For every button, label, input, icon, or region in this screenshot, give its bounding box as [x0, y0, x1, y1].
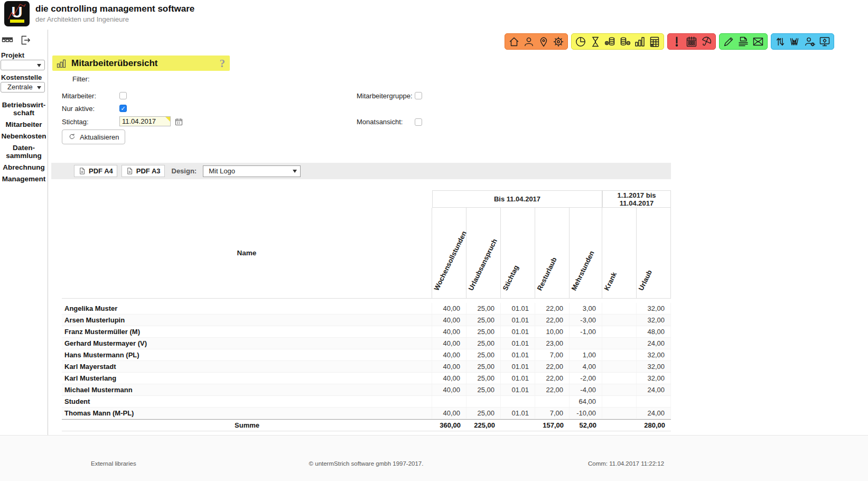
sidebar: Projekt Kostenstelle Zentrale Betriebswi…	[0, 30, 48, 435]
summary-cell: 157,00	[535, 420, 570, 431]
wochensollstunden-cell: 40,00	[432, 361, 466, 372]
krank-cell	[602, 303, 637, 314]
group-header-spacer	[62, 190, 432, 208]
employee-name-cell: Arsen Musterlupin	[62, 314, 432, 326]
employee-name-cell: Karl Musterlang	[62, 373, 432, 384]
column-header-wochensollstunden: Wochensollstunden	[432, 208, 466, 299]
sidebar-item-management[interactable]: Management	[0, 175, 48, 183]
stichtag-cell: 01.01	[501, 314, 535, 326]
costcenter-select[interactable]: Zentrale	[1, 82, 45, 92]
group-header-jahr: 1.1.2017 bis 11.04.2017	[602, 190, 671, 208]
wochensollstunden-cell: 40,00	[432, 373, 466, 384]
employee-name-cell: Michael Mustermann	[62, 384, 432, 395]
krank-cell	[602, 396, 637, 407]
table-row: Gerhard Mustermayer (V) 40,00 25,00 01.0…	[62, 338, 671, 349]
monatsansicht-label: Monatsansicht:	[357, 118, 403, 126]
design-select[interactable]: Mit Logo	[203, 165, 301, 177]
table-row: Thomas Mann (M-PL) 40,00 25,00 01.01 7,0…	[62, 408, 671, 419]
pdf-a4-button[interactable]: PDF A4	[74, 165, 117, 177]
chart-icon	[56, 58, 67, 69]
urlaub-cell: 32,00	[637, 373, 671, 384]
mehrstunden-cell: -1,00	[570, 326, 602, 337]
pdf-a3-label: PDF A3	[136, 167, 161, 175]
urlaub-cell: 24,00	[637, 384, 671, 395]
summary-cell	[602, 420, 637, 431]
urlaubsanspruch-cell: 25,00	[466, 349, 501, 360]
resturlaub-cell: 23,00	[535, 338, 570, 349]
sidebar-item-abrechnung[interactable]: Abrechnung	[0, 163, 48, 171]
employee-table: Bis 11.04.2017 1.1.2017 bis 11.04.2017 N…	[62, 190, 671, 431]
urlaub-cell: 32,00	[637, 314, 671, 326]
mitarbeitergruppe-label: Mitarbeitergruppe:	[357, 92, 413, 100]
stichtag-label: Stichtag:	[62, 118, 89, 126]
external-libraries-link[interactable]: External libraries	[91, 460, 136, 467]
urlaubsanspruch-cell: 25,00	[466, 314, 501, 326]
summary-cell	[501, 420, 535, 431]
mitarbeiter-label: Mitarbeiter:	[62, 92, 96, 100]
logout-icon[interactable]	[18, 34, 31, 47]
mehrstunden-cell: -3,00	[570, 314, 602, 326]
summary-cell: 52,00	[570, 420, 602, 431]
urlaubsanspruch-cell: 25,00	[466, 338, 501, 349]
employee-name-cell: Karl Mayerstadt	[62, 361, 432, 372]
wochensollstunden-cell: 40,00	[432, 326, 466, 337]
logo-underline	[10, 20, 24, 23]
app-title: die controlling management software	[35, 4, 194, 14]
filter-label: Filter:	[72, 75, 90, 83]
help-icon[interactable]: ?	[220, 58, 226, 69]
mitarbeiter-checkbox[interactable]	[119, 92, 127, 99]
stichtag-cell: 01.01	[501, 303, 535, 314]
wochensollstunden-cell: 40,00	[432, 314, 466, 326]
krank-cell	[602, 373, 637, 384]
urlaubsanspruch-cell: 25,00	[466, 361, 501, 372]
sidebar-menu: Betriebswirt-schaft Mitarbeiter Nebenkos…	[0, 101, 48, 183]
sidebar-item-betriebswirtschaft[interactable]: Betriebswirt-schaft	[0, 101, 48, 117]
summary-cell: 225,00	[466, 420, 501, 431]
main-content: Mitarbeiterübersicht ? Filter: Mitarbeit…	[48, 30, 868, 435]
project-select[interactable]	[1, 60, 45, 70]
stichtag-cell: 01.01	[501, 384, 535, 395]
pdf-a3-button[interactable]: PDF A3	[122, 165, 165, 177]
column-header-resturlaub: Resturlaub	[535, 208, 570, 299]
krank-cell	[602, 361, 637, 372]
table-body: Angelika Muster 40,00 25,00 01.01 22,00 …	[62, 303, 671, 419]
table-row: Arsen Musterlupin 40,00 25,00 01.01 22,0…	[62, 314, 671, 326]
mehrstunden-cell: -4,00	[570, 384, 602, 395]
krank-cell	[602, 408, 637, 419]
mitarbeitergruppe-checkbox[interactable]	[415, 92, 422, 99]
urlaubsanspruch-cell	[466, 396, 501, 407]
urlaub-cell: 48,00	[637, 326, 671, 337]
wochensollstunden-cell: 40,00	[432, 384, 466, 395]
page-title-bar: Mitarbeiterübersicht ?	[52, 56, 230, 71]
employee-name-cell: Student	[62, 396, 432, 407]
summary-label: Summe	[62, 420, 432, 431]
page-title: Mitarbeiterübersicht	[71, 58, 157, 69]
wochensollstunden-cell: 40,00	[432, 338, 466, 349]
sidebar-item-mitarbeiter[interactable]: Mitarbeiter	[0, 121, 48, 128]
krank-cell	[602, 314, 637, 326]
column-header-krank: Krank	[602, 208, 637, 299]
mehrstunden-cell: 3,00	[570, 303, 602, 314]
mehrstunden-cell: 64,00	[570, 396, 602, 407]
stichtag-cell: 01.01	[501, 361, 535, 372]
aktualisieren-label: Aktualisieren	[80, 133, 119, 141]
sidebar-item-nebenkosten[interactable]: Nebenkosten	[0, 132, 48, 140]
mehrstunden-cell	[570, 338, 602, 349]
sidebar-item-datensammlung[interactable]: Daten-sammlung	[0, 144, 48, 160]
resturlaub-cell: 10,00	[535, 326, 570, 337]
urlaub-cell: 24,00	[637, 408, 671, 419]
monatsansicht-checkbox[interactable]	[415, 118, 422, 126]
nur-aktive-checkbox[interactable]: ✓	[119, 105, 127, 112]
apps-icon[interactable]	[1, 34, 14, 47]
nur-aktive-label: Nur aktive:	[62, 105, 95, 113]
stichtag-input[interactable]	[119, 116, 171, 126]
urlaubsanspruch-cell: 25,00	[466, 408, 501, 419]
project-label: Projekt	[0, 51, 48, 59]
aktualisieren-button[interactable]: Aktualisieren	[62, 130, 125, 144]
pdf-file-icon	[78, 167, 86, 175]
urlaubsanspruch-cell: 25,00	[466, 384, 501, 395]
mehrstunden-cell: -10,00	[570, 408, 602, 419]
datepicker-icon[interactable]	[174, 117, 183, 126]
employee-name-cell: Hans Mustermann (PL)	[62, 349, 432, 360]
table-row: Student 64,00	[62, 396, 671, 408]
